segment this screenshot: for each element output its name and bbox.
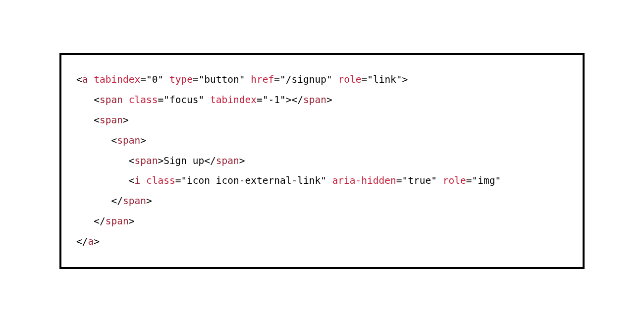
code-line: <i class="icon icon-external-link" aria-…	[76, 171, 568, 191]
code-token-tag: a	[88, 236, 94, 247]
code-token-punct: =	[361, 74, 367, 85]
code-line: <span>	[76, 110, 568, 131]
code-token-tag: span	[134, 155, 158, 166]
code-token-tag: span	[117, 135, 140, 146]
code-token-tag: i	[134, 175, 140, 186]
code-line: </span>	[76, 212, 568, 232]
code-token-punct: </	[76, 236, 88, 247]
code-token-tag: span	[100, 94, 123, 106]
code-line: <span>Sign up</span>	[76, 151, 568, 171]
code-token-punct: <	[76, 74, 82, 85]
code-token-punct: =	[466, 175, 472, 186]
code-line: <span>	[76, 131, 568, 151]
code-token-attr: href	[251, 74, 274, 85]
code-token-val: "img"	[472, 175, 501, 186]
code-token-punct: >	[94, 236, 100, 247]
code-token-space	[245, 74, 251, 85]
code-token-punct: >	[123, 114, 129, 126]
code-token-tag: a	[82, 74, 88, 85]
code-token-punct: >	[239, 155, 245, 166]
code-token-punct: >	[286, 94, 292, 106]
code-token-space	[123, 94, 129, 106]
code-token-punct: >	[402, 74, 408, 85]
code-token-space	[326, 175, 332, 186]
code-token-punct: <	[94, 94, 100, 106]
code-token-val: "0"	[146, 74, 163, 85]
code-token-punct: <	[111, 135, 117, 146]
code-token-attr: class	[129, 94, 158, 106]
code-token-val: "true"	[402, 175, 437, 186]
code-content: <a tabindex="0" type="button" href="/sig…	[76, 70, 568, 252]
code-token-attr: role	[338, 74, 361, 85]
code-token-punct: </	[291, 94, 303, 106]
code-token-text: Sign up	[163, 155, 204, 166]
code-token-punct: </	[94, 215, 105, 227]
code-token-punct: <	[129, 155, 135, 166]
code-token-space	[88, 74, 94, 85]
code-line: </a>	[76, 232, 568, 252]
code-token-punct: </	[204, 155, 215, 166]
code-token-val: "focus"	[163, 94, 204, 106]
code-token-tag: span	[100, 114, 123, 126]
code-token-punct: =	[274, 74, 280, 85]
code-token-punct: >	[140, 135, 146, 146]
code-token-punct: </	[111, 195, 122, 207]
code-token-attr: aria-hidden	[332, 175, 396, 186]
code-token-punct: >	[146, 195, 152, 207]
code-token-space	[204, 94, 210, 106]
code-token-attr: class	[146, 175, 175, 186]
code-token-punct: <	[94, 114, 100, 126]
code-line: <a tabindex="0" type="button" href="/sig…	[76, 70, 568, 90]
code-token-val: "-1"	[263, 94, 286, 106]
code-token-punct: =	[257, 94, 263, 106]
code-token-punct: >	[129, 215, 135, 227]
code-token-punct: =	[158, 94, 163, 106]
code-snippet-box: <a tabindex="0" type="button" href="/sig…	[59, 53, 585, 269]
code-token-space	[332, 74, 338, 85]
code-token-punct: =	[175, 175, 181, 186]
code-token-punct: =	[140, 74, 146, 85]
code-token-val: "button"	[199, 74, 245, 85]
code-token-punct: =	[396, 175, 402, 186]
code-token-tag: span	[106, 215, 129, 227]
code-token-space	[163, 74, 169, 85]
code-token-attr: type	[169, 74, 193, 85]
code-token-attr: role	[443, 175, 466, 186]
code-line: <span class="focus" tabindex="-1"></span…	[76, 90, 568, 110]
code-token-tag: span	[123, 195, 146, 207]
code-token-tag: span	[216, 155, 239, 166]
code-token-punct: =	[193, 74, 199, 85]
code-token-val: "link"	[367, 74, 402, 85]
code-token-attr: tabindex	[94, 74, 140, 85]
code-token-tag: span	[303, 94, 326, 106]
code-token-val: "/signup"	[280, 74, 332, 85]
code-token-space	[140, 175, 146, 186]
code-token-val: "icon icon-external-link"	[181, 175, 326, 186]
code-token-space	[437, 175, 443, 186]
code-token-attr: tabindex	[210, 94, 257, 106]
code-token-punct: <	[129, 175, 135, 186]
code-token-punct: >	[326, 94, 332, 106]
code-token-punct: >	[158, 155, 163, 166]
code-line: </span>	[76, 191, 568, 212]
